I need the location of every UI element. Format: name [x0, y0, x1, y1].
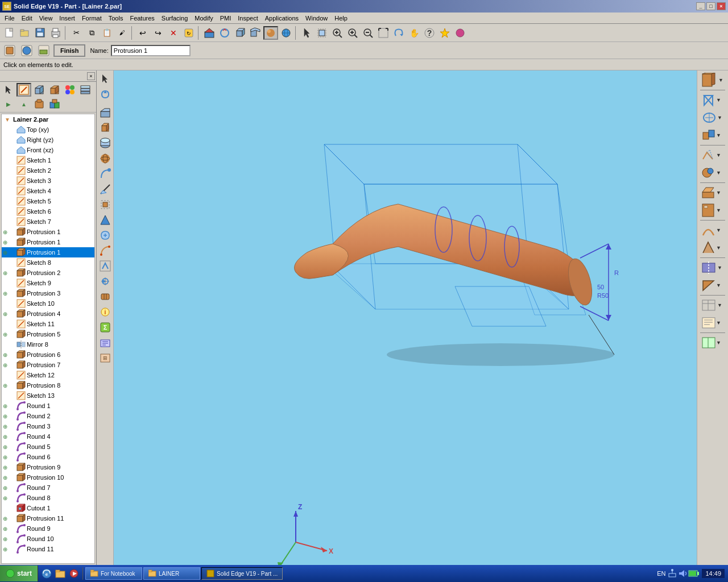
tb2-btn3[interactable] — [36, 44, 51, 57]
undo-button[interactable]: ↩ — [135, 26, 150, 40]
tree-item[interactable]: ⊕Protrusion 11 — [2, 513, 94, 523]
menu-format[interactable]: Format — [78, 14, 105, 23]
menu-view[interactable]: View — [36, 14, 56, 23]
ft-view1[interactable] — [32, 83, 47, 97]
tree-item[interactable]: Front (xz) — [2, 145, 94, 155]
update-button[interactable]: ↻ — [181, 26, 196, 40]
tree-item[interactable]: ⊕Protrusion 6 — [2, 350, 94, 360]
tree-item[interactable]: Sketch 12 — [2, 370, 94, 380]
ft-toggle2[interactable]: ▲ — [16, 97, 31, 111]
full-screen[interactable] — [376, 26, 391, 40]
ft-layers[interactable] — [78, 83, 93, 97]
tree-item[interactable]: Sketch 13 — [2, 390, 94, 401]
menu-insert[interactable]: Insert — [56, 14, 78, 23]
tree-item[interactable]: ⊕Round 11 — [2, 544, 94, 554]
view-globe[interactable] — [279, 26, 293, 40]
menu-applications[interactable]: Applications — [262, 14, 302, 23]
vt-tool2[interactable] — [98, 87, 113, 102]
vt-tool13[interactable] — [98, 259, 113, 273]
feature-tree[interactable]: ▼ Lainer 2.par Top (xy)Right (yz)Front (… — [1, 114, 95, 564]
vt-tool15[interactable] — [98, 289, 113, 304]
vt-tool14[interactable] — [98, 274, 113, 289]
pan[interactable]: ✋ — [407, 26, 421, 40]
tree-item[interactable]: ⊕Round 10 — [2, 534, 94, 544]
taskbar-lainer[interactable]: LAINER — [143, 567, 200, 580]
fit-btn[interactable] — [315, 26, 329, 40]
zoom-area[interactable] — [330, 26, 345, 40]
start-button[interactable]: start — [0, 566, 38, 581]
select-tool[interactable] — [98, 72, 113, 86]
ft-view2[interactable] — [47, 83, 62, 97]
menu-inspect[interactable]: Inspect — [234, 14, 261, 23]
vt-tool7[interactable] — [98, 167, 113, 181]
tree-item[interactable]: ⊕Round 4 — [2, 431, 94, 442]
name-input[interactable] — [111, 45, 191, 56]
view-rotate[interactable] — [217, 26, 232, 40]
quicklaunch-folders[interactable] — [54, 567, 67, 580]
tree-item[interactable]: Sketch 1 — [2, 155, 94, 165]
select-btn[interactable] — [299, 26, 314, 40]
vt-tool9[interactable] — [98, 197, 113, 212]
tree-item[interactable]: Sketch 6 — [2, 206, 94, 217]
redo-button[interactable]: ↪ — [151, 26, 166, 40]
vt-tool16[interactable]: i — [98, 305, 113, 319]
paste-button[interactable]: 📋 — [100, 26, 114, 40]
tree-item[interactable]: ⊕Round 6 — [2, 452, 94, 462]
delete-button[interactable]: ✕ — [166, 26, 181, 40]
vt-tool8[interactable] — [98, 182, 113, 197]
vt-tool12[interactable] — [98, 243, 113, 258]
menu-modify[interactable]: Modify — [191, 14, 216, 23]
menu-window[interactable]: Window — [302, 14, 331, 23]
tree-item[interactable]: Sketch 3 — [2, 176, 94, 186]
zoom-out[interactable] — [361, 26, 375, 40]
tb2-btn1[interactable] — [2, 44, 17, 57]
quicklaunch-ie[interactable]: e — [40, 567, 53, 580]
vt-tool11[interactable] — [98, 228, 113, 243]
tree-item[interactable]: ⊕Protrusion 9 — [2, 462, 94, 472]
tree-item[interactable]: Sketch 4 — [2, 186, 94, 196]
rt-btn14[interactable]: ▼ — [699, 314, 726, 331]
tree-item[interactable]: ⊕Round 7 — [2, 483, 94, 493]
vt-tool5[interactable] — [98, 136, 113, 151]
new-button[interactable] — [2, 26, 17, 40]
tree-item[interactable]: ⊕Protrusion 1 — [2, 227, 94, 237]
menu-surfacing[interactable]: Surfacing — [158, 14, 191, 23]
quicklaunch-media[interactable] — [68, 567, 80, 580]
vt-sphere[interactable] — [98, 151, 113, 166]
tree-item[interactable]: ⊕Protrusion 7 — [2, 360, 94, 370]
view-shaded[interactable] — [263, 26, 278, 40]
menu-pmi[interactable]: PMI — [217, 14, 235, 23]
vt-tool19[interactable]: ⊞ — [98, 351, 113, 365]
help2[interactable] — [437, 26, 452, 40]
tree-item[interactable]: ⊕Round 9 — [2, 523, 94, 534]
rt-btn15[interactable]: ▼ — [699, 334, 726, 351]
query[interactable]: ? — [422, 26, 437, 40]
vt-tool17[interactable]: Σ — [98, 320, 113, 335]
tree-item[interactable]: ⊕Protrusion 1 — [2, 247, 94, 257]
taskbar-folder[interactable]: For Notebook — [85, 567, 142, 580]
rotate3d[interactable] — [391, 26, 406, 40]
rt-btn7[interactable]: ▼ — [699, 184, 726, 201]
menu-edit[interactable]: Edit — [18, 14, 36, 23]
tree-item[interactable]: ⊕Round 1 — [2, 401, 94, 411]
maximize-button[interactable]: □ — [706, 2, 715, 10]
ft-sketch[interactable] — [16, 83, 31, 97]
tree-item[interactable]: Sketch 9 — [2, 278, 94, 288]
rt-btn11[interactable]: ▼ — [699, 259, 726, 276]
tree-item[interactable]: Top (xy) — [2, 124, 94, 135]
tree-item[interactable]: Sketch 7 — [2, 217, 94, 227]
rt-btn10[interactable]: ▼ — [699, 239, 726, 256]
rt-btn12[interactable]: ▼ — [699, 277, 726, 294]
save-button[interactable] — [33, 26, 48, 40]
tree-item[interactable]: Mirror 8 — [2, 339, 94, 350]
ft-assembly[interactable] — [47, 97, 62, 111]
tree-item[interactable]: Sketch 8 — [2, 257, 94, 268]
view-box[interactable] — [233, 26, 247, 40]
rt-btn3[interactable]: ▼ — [699, 109, 726, 126]
vt-tool3[interactable] — [98, 105, 113, 120]
ft-color[interactable] — [63, 83, 77, 97]
minimize-button[interactable]: _ — [696, 2, 705, 10]
ft-select[interactable] — [1, 83, 16, 97]
open-button[interactable] — [18, 26, 32, 40]
rt-btn8[interactable]: ▼ — [699, 202, 726, 219]
